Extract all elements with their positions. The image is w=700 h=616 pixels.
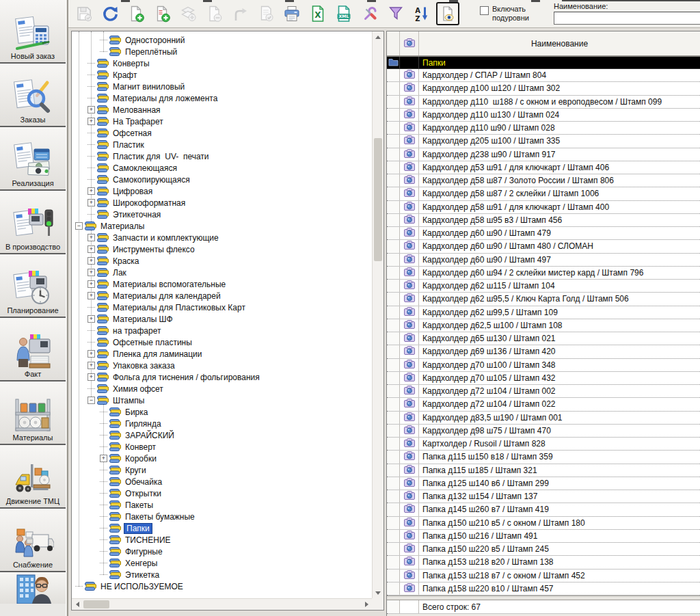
table-row[interactable]: Кардхолдер д58 ш95 в3 / Штамп 456: [387, 214, 700, 227]
expand-plus-icon[interactable]: +: [88, 350, 95, 358]
group-row[interactable]: Папки: [387, 57, 700, 69]
tree-item[interactable]: Пакеты бумажные: [72, 511, 372, 522]
sidebar-item-planning[interactable]: Планирование: [0, 254, 66, 318]
add-record-button[interactable]: [124, 2, 148, 25]
sidebar-item-supply[interactable]: Снабжение: [0, 509, 66, 572]
name-column-header[interactable]: Наименование: [419, 31, 700, 55]
tree-item[interactable]: Обечайка: [72, 476, 372, 487]
settings-button[interactable]: [358, 2, 381, 25]
sidebar-item-office[interactable]: [0, 572, 66, 604]
table-row[interactable]: Кардхолдер д110 ш188 / с окном и европод…: [387, 96, 700, 109]
tree-item[interactable]: Папки: [72, 522, 372, 534]
tree-item[interactable]: +На Трафарет: [72, 116, 372, 127]
tree-item[interactable]: Крафт: [72, 69, 372, 81]
expand-plus-icon[interactable]: +: [88, 234, 95, 241]
expand-plus-icon[interactable]: +: [88, 280, 95, 288]
scroll-up-icon[interactable]: [373, 31, 383, 42]
table-row[interactable]: Кардхолдер д62 ш115 / Штамп 104: [387, 280, 700, 293]
tree-item[interactable]: Офсетная: [72, 127, 372, 139]
tree-item[interactable]: Магнит виниловый: [72, 81, 372, 92]
tree-item[interactable]: Гирлянда: [72, 418, 372, 429]
table-row[interactable]: Папка д158 ш220 в10 / Штамп 457: [387, 582, 700, 595]
tree-item[interactable]: Этикетка: [72, 569, 372, 580]
table-row[interactable]: Кардхолдер д60 ш94 / 2 склейки мистер ка…: [387, 267, 700, 280]
tree-vertical-scrollbar[interactable]: [372, 31, 383, 598]
expand-plus-icon[interactable]: +: [88, 373, 95, 381]
table-row[interactable]: Папка д115 ш185 / Штамп 321: [387, 464, 700, 477]
tree-item[interactable]: +Упаковка заказа: [72, 360, 372, 371]
tree-item[interactable]: +Широкоформатная: [72, 197, 372, 209]
sidebar-item-sales[interactable]: Реализация: [0, 127, 66, 191]
expand-plus-icon[interactable]: +: [88, 292, 95, 299]
tree-item[interactable]: −Материалы: [72, 220, 372, 232]
table-row[interactable]: Папка д150 ш220 в5 / Штамп 245: [387, 543, 700, 556]
table-row[interactable]: Папка д132 ш154 / Штамп 137: [387, 490, 700, 503]
table-row[interactable]: Папка д153 ш218 в7 / с окном / Штамп 452: [387, 570, 700, 582]
tree-item[interactable]: Самокопирующаяся: [72, 174, 372, 185]
tree-item[interactable]: Материалы для ложемента: [72, 92, 372, 104]
scroll-right-icon[interactable]: [361, 599, 372, 610]
table-row[interactable]: Кардхолдер / СПАР / Штамп 804: [387, 69, 700, 82]
preview-photo-button[interactable]: [436, 2, 459, 25]
table-row[interactable]: Кардхолдер д62 ш99,5 / Штамп 109: [387, 306, 700, 319]
export-excel-button[interactable]: X: [306, 2, 329, 25]
expand-plus-icon[interactable]: +: [88, 257, 95, 265]
tree-item[interactable]: на трафарет: [72, 325, 372, 336]
tree-item[interactable]: Конверт: [72, 441, 372, 453]
table-row[interactable]: Картхолдер / Rusoil / Штамп 828: [387, 438, 700, 451]
tree-item[interactable]: Переплётный: [72, 46, 372, 57]
tree-item[interactable]: +Запчасти и комплектующие: [72, 232, 372, 243]
scrollbar-thumb[interactable]: [374, 138, 382, 261]
tree-item[interactable]: +Цифровая: [72, 185, 372, 197]
tree-item[interactable]: +Материалы вспомогательные: [72, 278, 372, 290]
table-row[interactable]: Кардхолдер д100 ш120 / Штамп 302: [387, 82, 700, 95]
table-row[interactable]: Кардхолдер д58 ш87 / 2 склейки / Штамп 1…: [387, 187, 700, 200]
refresh-button[interactable]: [98, 2, 122, 25]
table-row[interactable]: Кардхолдер д65 ш130 / Штамп 021: [387, 332, 700, 345]
table-row[interactable]: Папка д153 ш218 в20 / Штамп 138: [387, 556, 700, 569]
tree-item[interactable]: Химия офсет: [72, 383, 372, 394]
table-row[interactable]: Кардхолдер д62,5 ш100 / Штамп 108: [387, 319, 700, 332]
expand-plus-icon[interactable]: +: [88, 269, 95, 276]
table-row[interactable]: Папка д145 ш260 в7 / Штамп 419: [387, 503, 700, 516]
sidebar-item-orders[interactable]: Заказы: [0, 64, 66, 127]
tree-item[interactable]: Конверты: [72, 57, 372, 69]
name-filter-input[interactable]: [554, 12, 700, 25]
table-row[interactable]: Кардхолдер д53 ш91 / для ключкарт / Штам…: [387, 161, 700, 174]
table-row[interactable]: Папка д150 ш210 в5 / с окном / Штамп 180: [387, 517, 700, 530]
include-sublevels-checkbox[interactable]: Включать подуровни: [480, 5, 543, 23]
table-row[interactable]: Кардхолдер д60 ш90 / Штамп 480 / СЛОМАН: [387, 240, 700, 253]
sidebar-splitter[interactable]: [67, 0, 68, 616]
scroll-down-icon[interactable]: [373, 587, 383, 598]
tree-item[interactable]: Односторонний: [72, 34, 372, 46]
tree-item[interactable]: −Штампы: [72, 394, 372, 406]
tree-item[interactable]: Бирка: [72, 406, 372, 418]
table-row[interactable]: Кардхолдер д72 ш104 / Штамп 002: [387, 385, 700, 398]
table-row[interactable]: Кардхолдер д60 ш90 / Штамп 497: [387, 254, 700, 267]
expand-plus-icon[interactable]: +: [88, 199, 95, 206]
tree-item[interactable]: Хенгеры: [72, 557, 372, 569]
table-row[interactable]: Кардхолдер д238 ш90 / Штамп 917: [387, 148, 700, 161]
tree-item[interactable]: +Инструменты флексо: [72, 243, 372, 255]
tree-item[interactable]: +Материалы ШФ: [72, 313, 372, 325]
tree-item[interactable]: Фигурные: [72, 546, 372, 557]
sidebar-item-fact[interactable]: Факт: [0, 318, 66, 381]
tree-item[interactable]: +Краска: [72, 255, 372, 267]
table-row[interactable]: Кардхолдер д69 ш136 / Штамп 420: [387, 345, 700, 358]
sidebar-item-materials[interactable]: Материалы: [0, 381, 66, 445]
tree-item[interactable]: Материалы для Пластиковых Карт: [72, 302, 372, 313]
table-row[interactable]: Кардхолдер д98 ш75 / Штамп 470: [387, 425, 700, 438]
expand-plus-icon[interactable]: +: [100, 455, 107, 462]
tree-item[interactable]: +Пленка для ламинации: [72, 348, 372, 360]
table-row[interactable]: Кардхолдер д205 ш100 / Штамп 335: [387, 135, 700, 148]
table-row[interactable]: Кардхолдер д60 ш90 / Штамп 479: [387, 227, 700, 240]
tree-item[interactable]: +Материалы для календарей: [72, 290, 372, 302]
tree-item[interactable]: +Мелованная: [72, 104, 372, 116]
expand-plus-icon[interactable]: +: [88, 315, 95, 323]
tree-item[interactable]: НЕ ИСПОЛЬЗУЕМОЕ: [72, 580, 372, 592]
table-row[interactable]: Кардхолдер д58 ш91 / для ключкарт / Штам…: [387, 201, 700, 214]
table-row[interactable]: Кардхолдер д58 ш87 / Золото России / Шта…: [387, 174, 700, 187]
tree-item[interactable]: Открытки: [72, 487, 372, 499]
tree-item[interactable]: Круги: [72, 464, 372, 476]
tree-item[interactable]: Самоклеющаяся: [72, 162, 372, 174]
